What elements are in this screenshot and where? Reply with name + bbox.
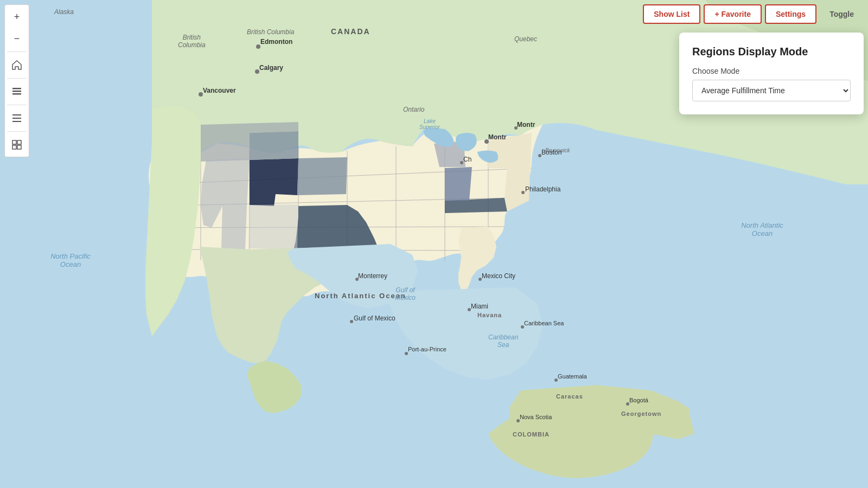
monterrey-label: Monterrey (358, 272, 387, 280)
venezuela-label: Caracas (556, 393, 583, 400)
menu-icon (11, 114, 22, 123)
portauprince-label: Caribbean Sea (524, 320, 564, 326)
expand-icon (11, 139, 22, 150)
gulf-mexico-label: Gulf ofMexico (395, 286, 416, 301)
left-toolbar: + − (4, 4, 29, 157)
guyana-label: Georgetown (621, 410, 661, 417)
list-icon (11, 87, 22, 97)
favorite-button[interactable]: + Favorite (704, 4, 762, 24)
toolbar-divider-1 (7, 52, 27, 52)
toolbar-divider-4 (7, 131, 27, 132)
canada-label: CANADA (331, 27, 371, 36)
mexicocity-label: Gulf of Mexico (354, 314, 395, 322)
svg-rect-19 (12, 121, 21, 122)
svg-rect-15 (12, 91, 21, 92)
svg-rect-18 (12, 118, 21, 119)
toggle-button[interactable]: Toggle (820, 4, 864, 24)
toolbar-divider-2 (7, 78, 27, 79)
svg-rect-16 (12, 93, 21, 95)
home-icon (11, 60, 22, 70)
calgary-dot (255, 69, 259, 74)
toolbar-divider-3 (7, 105, 27, 105)
top-toolbar: Show List + Favorite Settings Toggle (643, 4, 864, 24)
novascotia-label: Brunswick (545, 147, 570, 153)
atlantic-ocean-label: North AtlanticOcean (727, 221, 797, 237)
expand-button[interactable] (7, 135, 27, 155)
list-view-button[interactable] (7, 82, 27, 101)
svg-rect-21 (17, 140, 21, 144)
pacific-ocean-label: North PacificOcean (38, 252, 103, 268)
quebec-label: Quebec (514, 35, 537, 43)
svg-rect-23 (17, 145, 21, 149)
bc-label: BritishColumbia (178, 34, 206, 49)
lake-superior-label: LakeSuperior (419, 118, 440, 130)
mode-select[interactable]: Average Fulfillment TimeOrder CountReven… (692, 80, 851, 101)
settings-button[interactable]: Settings (765, 4, 816, 24)
montreal-label: Montr (517, 121, 535, 129)
svg-rect-20 (12, 140, 16, 144)
map-container: + − (0, 0, 868, 488)
svg-rect-22 (12, 145, 16, 149)
alaska-label: Alaska (54, 8, 74, 16)
guatemala-label: Port-au-Prince (408, 346, 446, 352)
mexico-label: North Atlantic Ocean (315, 292, 406, 300)
menu-button[interactable] (7, 108, 27, 128)
show-list-button[interactable]: Show List (643, 4, 700, 24)
alberta-label: British Columbia (247, 28, 294, 36)
settings-panel-title: Regions Display Mode (692, 46, 851, 58)
zoom-out-button[interactable]: − (7, 29, 27, 48)
zoom-in-button[interactable]: + (7, 7, 27, 27)
havana-label: Miami (471, 303, 488, 310)
georgetown-label: Bogotá (629, 397, 648, 403)
ontario-label: Ontario (403, 106, 424, 113)
edmonton-label: Edmonton (260, 38, 292, 46)
vancouver-label: Vancouver (203, 87, 236, 94)
colombia-label: COLOMBIA (513, 431, 550, 438)
chicago-label: Ch (463, 156, 471, 163)
caribbean-label: CaribbeanSea (488, 333, 518, 349)
miami-label: Mexico City (482, 272, 515, 280)
edmonton-dot (256, 44, 260, 49)
settings-panel: Regions Display Mode Choose Mode Average… (679, 33, 864, 114)
home-button[interactable] (7, 55, 27, 75)
bogota-label: Nova Scotia (520, 414, 552, 420)
vancouver-dot (199, 92, 203, 97)
toronto-label: Montr (488, 133, 506, 141)
svg-rect-17 (12, 114, 21, 115)
calgary-label: Calgary (259, 64, 283, 72)
cuba-label: Havana (477, 312, 502, 318)
philly-label: Philadelphia (525, 185, 560, 193)
mode-label: Choose Mode (692, 67, 851, 75)
philly-dot (521, 191, 525, 194)
mexicocity-dot (350, 320, 353, 323)
caracas-label: Guatemala (558, 373, 587, 380)
svg-rect-14 (12, 88, 21, 89)
